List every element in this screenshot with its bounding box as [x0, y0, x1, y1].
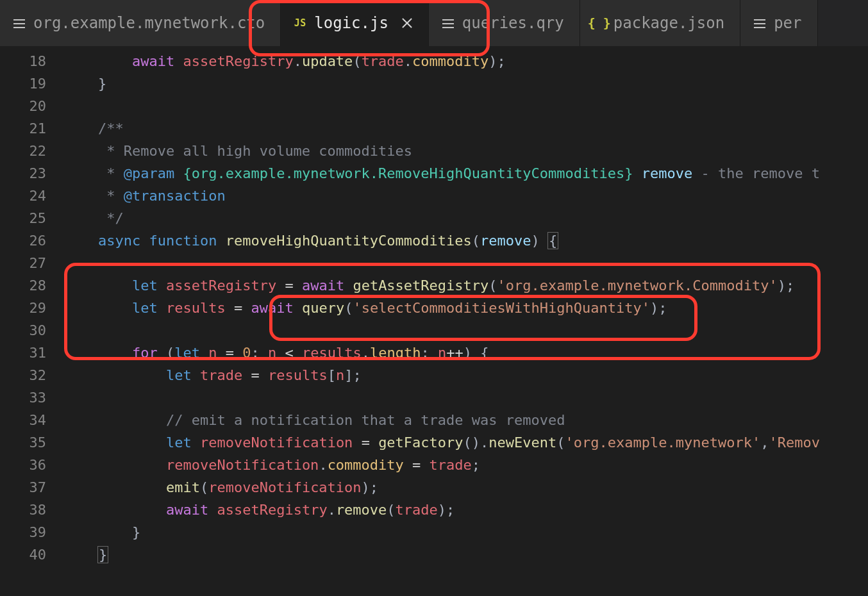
line-number: 31	[0, 342, 64, 364]
tab-label: queries.qry	[462, 14, 564, 32]
line-number: 19	[0, 72, 64, 95]
tab-org-example-mynetwork-cto[interactable]: org.example.mynetwork.cto	[0, 0, 281, 46]
tab-queries-qry[interactable]: queries.qry	[429, 0, 580, 46]
code-line-34[interactable]: // emit a notification that a trade was …	[64, 409, 868, 431]
code-line-33[interactable]	[64, 386, 868, 409]
code-line-18[interactable]: await assetRegistry.update(trade.commodi…	[64, 50, 868, 72]
line-number: 35	[0, 431, 64, 454]
line-number: 39	[0, 521, 64, 543]
lines-icon	[753, 17, 766, 29]
tab-bar: org.example.mynetwork.ctoJSlogic.jsqueri…	[0, 0, 868, 46]
lines-icon	[13, 17, 26, 29]
code-line-23[interactable]: * @param {org.example.mynetwork.RemoveHi…	[64, 162, 868, 185]
editor: 1819202122232425262728293031323334353637…	[0, 46, 868, 596]
js-badge: JS	[294, 17, 306, 29]
line-number: 38	[0, 499, 64, 521]
line-number: 32	[0, 364, 64, 386]
tab-per[interactable]: per	[740, 0, 817, 46]
line-number: 24	[0, 185, 64, 207]
line-number: 18	[0, 50, 64, 72]
tab-label: logic.js	[314, 14, 388, 32]
code-line-27[interactable]	[64, 252, 868, 274]
code-line-30[interactable]	[64, 319, 868, 342]
code-line-38[interactable]: await assetRegistry.remove(trade);	[64, 499, 868, 521]
line-number: 22	[0, 140, 64, 162]
code-line-37[interactable]: emit(removeNotification);	[64, 476, 868, 499]
line-gutter: 1819202122232425262728293031323334353637…	[0, 46, 64, 596]
code-line-25[interactable]: */	[64, 207, 868, 229]
tab-package-json[interactable]: { }package.json	[580, 0, 740, 46]
code-line-21[interactable]: /**	[64, 117, 868, 140]
tab-label: package.json	[613, 14, 724, 32]
line-number: 36	[0, 454, 64, 476]
code-line-39[interactable]: }	[64, 521, 868, 543]
line-number: 26	[0, 229, 64, 252]
code-area[interactable]: await assetRegistry.update(trade.commodi…	[64, 46, 868, 596]
code-line-36[interactable]: removeNotification.commodity = trade;	[64, 454, 868, 476]
line-number: 29	[0, 297, 64, 319]
code-line-24[interactable]: * @transaction	[64, 185, 868, 207]
line-number: 21	[0, 117, 64, 140]
line-number: 33	[0, 386, 64, 409]
code-line-26[interactable]: async function removeHighQuantityCommodi…	[64, 229, 868, 252]
lines-icon	[442, 17, 455, 29]
tab-logic-js[interactable]: JSlogic.js	[281, 0, 429, 46]
close-icon[interactable]	[401, 17, 413, 29]
line-number: 28	[0, 274, 64, 297]
code-line-29[interactable]: let results = await query('selectCommodi…	[64, 297, 868, 319]
js-icon: JS	[294, 17, 306, 29]
code-line-40[interactable]: }	[64, 543, 868, 566]
tab-label: per	[774, 14, 801, 32]
line-number: 34	[0, 409, 64, 431]
line-number: 25	[0, 207, 64, 229]
line-number: 40	[0, 543, 64, 566]
code-line-31[interactable]: for (let n = 0; n < results.length; n++)…	[64, 342, 868, 364]
line-number: 27	[0, 252, 64, 274]
line-number: 20	[0, 95, 64, 117]
code-line-35[interactable]: let removeNotification = getFactory().ne…	[64, 431, 868, 454]
code-line-22[interactable]: * Remove all high volume commodities	[64, 140, 868, 162]
code-line-19[interactable]: }	[64, 72, 868, 95]
line-number: 30	[0, 319, 64, 342]
code-line-28[interactable]: let assetRegistry = await getAssetRegist…	[64, 274, 868, 297]
line-number: 37	[0, 476, 64, 499]
tab-label: org.example.mynetwork.cto	[33, 14, 265, 32]
code-line-32[interactable]: let trade = results[n];	[64, 364, 868, 386]
code-line-20[interactable]	[64, 95, 868, 117]
line-number: 23	[0, 162, 64, 185]
braces-icon: { }	[593, 17, 606, 29]
